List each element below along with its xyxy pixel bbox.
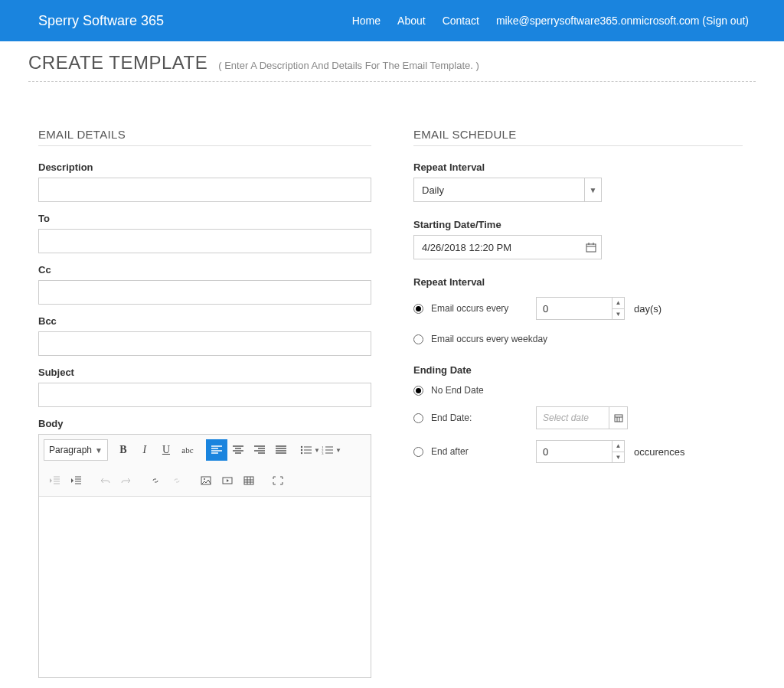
description-input[interactable] <box>38 178 371 202</box>
svg-rect-11 <box>615 415 622 422</box>
table-icon[interactable] <box>238 470 260 491</box>
svg-point-2 <box>301 452 302 454</box>
redo-icon[interactable] <box>116 470 137 491</box>
end-date-input[interactable]: Select date <box>536 406 628 429</box>
ordered-list-icon[interactable]: 123 ▼ <box>321 439 342 461</box>
page-header: CREATE TEMPLATE ( Enter A Description An… <box>28 52 756 82</box>
start-date-value: 4/26/2018 12:20 PM <box>422 242 511 253</box>
italic-icon[interactable]: I <box>134 439 155 461</box>
svg-text:3: 3 <box>322 452 324 455</box>
nav-home[interactable]: Home <box>352 15 381 27</box>
subject-input[interactable] <box>38 383 371 407</box>
unlink-icon[interactable] <box>166 470 188 491</box>
image-icon[interactable] <box>195 470 217 491</box>
repeat-interval2-label: Repeat Interval <box>413 276 743 288</box>
chevron-up-icon[interactable]: ▲ <box>612 441 624 452</box>
end-after-label: End after <box>431 446 469 457</box>
content: EMAIL DETAILS Description To Cc Bcc Subj… <box>0 82 784 688</box>
end-date-placeholder: Select date <box>543 412 589 423</box>
cc-input[interactable] <box>38 280 371 305</box>
end-after-radio[interactable] <box>413 447 423 457</box>
bcc-input[interactable] <box>38 331 371 356</box>
link-icon[interactable] <box>145 470 166 491</box>
end-date-label: End Date: <box>431 412 472 423</box>
repeat-interval-label: Repeat Interval <box>413 161 743 173</box>
occurs-weekday-label: Email occurs every weekday <box>431 334 547 344</box>
chevron-down-icon[interactable]: ▼ <box>612 452 624 463</box>
no-end-date-label: No End Date <box>431 385 484 396</box>
outdent-icon[interactable] <box>44 470 65 491</box>
underline-icon[interactable]: U <box>155 439 177 461</box>
end-after-value[interactable]: 0 ▲▼ <box>536 440 625 463</box>
svg-point-7 <box>204 478 205 480</box>
paragraph-select-label: Paragraph <box>49 445 92 455</box>
align-center-icon[interactable] <box>227 439 249 461</box>
media-icon[interactable] <box>217 470 238 491</box>
align-left-icon[interactable] <box>206 439 227 461</box>
email-schedule-title: EMAIL SCHEDULE <box>413 128 743 146</box>
repeat-interval-select[interactable]: Daily ▼ <box>413 178 602 202</box>
no-end-date-radio[interactable] <box>413 386 423 396</box>
calendar-icon <box>609 407 627 429</box>
start-date-input[interactable]: 4/26/2018 12:20 PM <box>413 235 602 259</box>
chevron-down-icon: ▼ <box>95 446 103 455</box>
to-label: To <box>38 213 371 224</box>
chevron-down-icon[interactable]: ▼ <box>612 309 624 320</box>
align-justify-icon[interactable] <box>270 439 292 461</box>
fullscreen-icon[interactable] <box>267 470 289 491</box>
paragraph-select[interactable]: Paragraph ▼ <box>44 439 108 461</box>
unordered-list-icon[interactable]: ▼ <box>299 439 321 461</box>
calendar-icon <box>581 236 601 259</box>
email-details-title: EMAIL DETAILS <box>38 128 371 146</box>
occurs-every-unit: day(s) <box>634 303 662 315</box>
navbar: Sperry Software 365 Home About Contact m… <box>0 0 784 41</box>
repeat-interval-value: Daily <box>422 184 444 196</box>
page-title: CREATE TEMPLATE <box>28 52 207 73</box>
editor-toolbar: Paragraph ▼ B I U abc <box>39 435 371 497</box>
brand: Sperry Software 365 <box>38 13 164 29</box>
email-schedule-column: EMAIL SCHEDULE Repeat Interval Daily ▼ S… <box>413 128 743 688</box>
occurs-every-label: Email occurs every <box>431 303 508 314</box>
chevron-down-icon: ▼ <box>584 178 601 201</box>
occurs-every-radio[interactable] <box>413 304 423 314</box>
svg-point-0 <box>301 446 302 448</box>
body-editor: Paragraph ▼ B I U abc <box>38 434 371 678</box>
nav-about[interactable]: About <box>397 15 426 27</box>
undo-icon[interactable] <box>94 470 116 491</box>
indent-icon[interactable] <box>65 470 87 491</box>
svg-rect-9 <box>244 477 253 484</box>
nav-contact[interactable]: Contact <box>443 15 479 27</box>
subject-label: Subject <box>38 367 371 378</box>
strikethrough-icon[interactable]: abc <box>177 439 198 461</box>
svg-rect-10 <box>586 244 596 252</box>
nav-user[interactable]: mike@sperrysoftware365.onmicrosoft.com (… <box>496 15 749 27</box>
chevron-up-icon[interactable]: ▲ <box>612 298 624 309</box>
ending-date-label: Ending Date <box>413 364 743 376</box>
cc-label: Cc <box>38 264 371 276</box>
bold-icon[interactable]: B <box>113 439 134 461</box>
body-editor-area[interactable] <box>39 497 371 677</box>
bcc-label: Bcc <box>38 315 371 327</box>
email-details-column: EMAIL DETAILS Description To Cc Bcc Subj… <box>38 128 371 688</box>
description-label: Description <box>38 161 371 173</box>
occurs-weekday-radio[interactable] <box>413 334 423 344</box>
align-right-icon[interactable] <box>249 439 270 461</box>
start-date-label: Starting Date/Time <box>413 219 743 230</box>
end-after-unit: occurences <box>634 446 684 458</box>
end-date-radio[interactable] <box>413 413 423 423</box>
occurs-every-value[interactable]: 0 ▲▼ <box>536 297 625 320</box>
svg-point-1 <box>301 449 302 451</box>
page-subtitle: ( Enter A Description And Details For Th… <box>218 60 479 71</box>
body-label: Body <box>38 418 371 429</box>
to-input[interactable] <box>38 229 371 253</box>
nav-links: Home About Contact mike@sperrysoftware36… <box>352 15 749 27</box>
